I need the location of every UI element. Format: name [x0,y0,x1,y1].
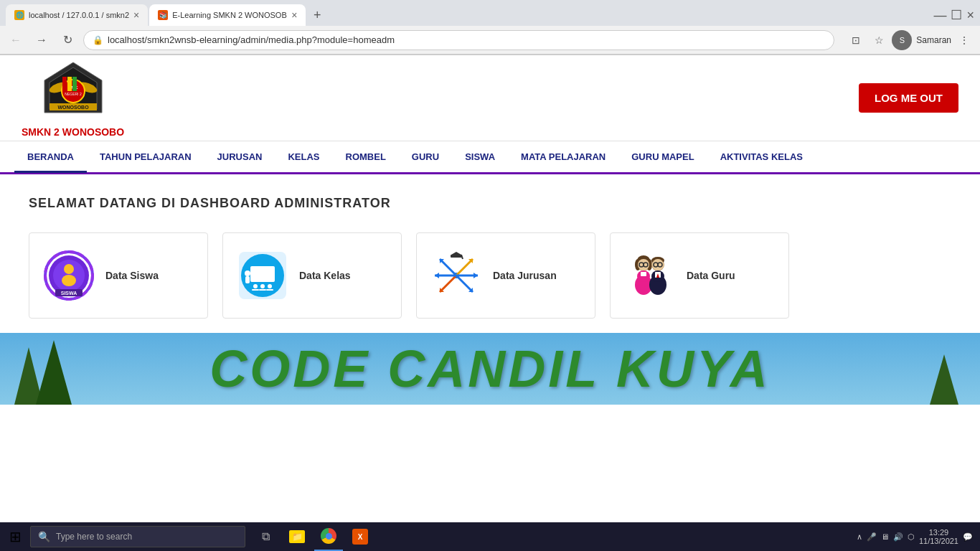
welcome-title: SELAMAT DATANG DI DASHBOARD ADMINISTRATO… [29,196,951,211]
kelas-card-icon [237,250,288,301]
taskbar: ⊞ 🔍 Type here to search ⧉ 📁 X ∧ 🎤 🖥 🔊 ⬡ … [0,522,980,551]
taskbar-apps: ⧉ 📁 X [251,522,374,551]
svg-line-32 [440,259,456,276]
card-data-kelas[interactable]: Data Kelas [222,232,402,319]
taskbar-bluetooth-icon: ⬡ [908,532,915,542]
close-button[interactable]: × [966,8,974,23]
taskbar-mic-icon: 🎤 [867,532,877,542]
back-button[interactable]: ← [6,30,26,50]
siswa-icon-svg: SISWA [44,250,94,301]
svg-rect-44 [451,255,462,258]
taskbar-clock: 13:29 11/13/2021 [919,528,958,545]
guru-card-icon [625,250,675,301]
nav-tahun-pelajaran[interactable]: TAHUN PELAJARAN [87,143,204,173]
nav-aktivitas-kelas[interactable]: AKTIVITAS KELAS [707,143,816,173]
url-text: localhost/smkn2wnsb-elearning/admin/medi… [108,34,395,45]
card-data-guru[interactable]: Data Guru [610,232,789,319]
url-bar[interactable]: 🔒 localhost/smkn2wnsb-elearning/admin/me… [83,30,834,50]
tab-2-close[interactable]: × [291,9,297,21]
user-label: Samaran [916,35,951,45]
banner-text: CODE CANDIL KUYA [209,339,770,398]
svg-rect-10 [67,77,72,91]
logout-button[interactable]: LOG ME OUT [859,83,958,113]
tab-2-title: E-Learning SMKN 2 WONOSOBO [172,11,287,19]
svg-text:SISWA: SISWA [61,291,77,296]
tab-2[interactable]: 📚 E-Learning SMKN 2 WONOSOBO × [149,4,306,26]
taskbar-right: ∧ 🎤 🖥 🔊 ⬡ 13:29 11/13/2021 💬 [857,528,980,545]
nav-rombel[interactable]: ROMBEL [333,143,399,173]
svg-line-38 [456,276,473,292]
taskbar-xampp[interactable]: X [346,522,374,551]
cast-button[interactable]: ⊡ [846,30,866,50]
forward-button[interactable]: → [32,30,52,50]
card-jurusan-label: Data Jurusan [493,270,557,281]
menu-button[interactable]: ⋮ [954,30,974,50]
logo-area: SMK NEGERI 2 WONOSOBO SMKN 2 WONOSOBO [22,59,124,138]
lock-icon: 🔒 [93,35,103,45]
svg-text:NEGERI 2: NEGERI 2 [65,92,82,96]
start-button[interactable]: ⊞ [0,522,30,551]
card-guru-label: Data Guru [687,270,735,281]
svg-point-25 [253,284,258,288]
taskbar-notification-icon[interactable]: 💬 [963,532,973,542]
nav-beranda[interactable]: BERANDA [14,143,87,173]
svg-point-26 [260,284,265,288]
taskbar-search-bar[interactable]: 🔍 Type here to search [30,526,245,547]
jurusan-card-icon [431,250,481,301]
card-siswa-label: Data Siswa [105,270,159,281]
taskbar-sound-icon: 🔊 [893,532,903,542]
svg-marker-45 [451,252,461,255]
svg-marker-41 [435,273,439,278]
new-tab-button[interactable]: + [307,5,327,25]
tab-2-favicon: 📚 [158,10,168,20]
svg-line-34 [456,259,473,276]
maximize-button[interactable]: ☐ [951,7,962,23]
svg-rect-24 [245,276,250,283]
main-content: SELAMAT DATANG DI DASHBOARD ADMINISTRATO… [0,174,980,333]
address-bar: ← → ↻ 🔒 localhost/smkn2wnsb-elearning/ad… [0,26,980,55]
tab-bar: 🌐 localhost / 127.0.0.1 / smkn2wns × 📚 E… [0,0,980,26]
nav-kelas[interactable]: KELAS [275,143,332,173]
page-content: SMK NEGERI 2 WONOSOBO SMKN 2 WONOSOBO LO… [0,55,980,523]
taskbar-search-icon: 🔍 [38,531,50,542]
school-logo: SMK NEGERI 2 WONOSOBO [41,59,105,123]
browser-actions: ⊡ ☆ S Samaran ⋮ [846,30,974,50]
nav-guru-mapel[interactable]: GURU MAPEL [618,143,707,173]
tab-1-favicon: 🌐 [14,10,24,20]
minimize-button[interactable]: — [933,8,946,23]
card-kelas-label: Data Kelas [299,270,351,281]
jurusan-icon-svg [431,250,481,301]
card-data-siswa[interactable]: SISWA Data Siswa [29,232,208,319]
taskbar-time-value: 13:29 [919,528,958,537]
svg-rect-28 [252,289,259,291]
svg-point-17 [62,275,76,286]
reload-button[interactable]: ↻ [57,30,77,50]
svg-rect-57 [641,272,646,276]
taskbar-file-explorer[interactable]: 📁 [283,522,311,551]
nav-mata-pelajaran[interactable]: MATA PELAJARAN [508,143,618,173]
svg-rect-30 [266,289,273,291]
taskbar-date-value: 11/13/2021 [919,537,958,545]
tab-1-close[interactable]: × [133,9,139,21]
bookmark-button[interactable]: ☆ [869,30,889,50]
svg-rect-9 [62,77,67,91]
svg-rect-22 [250,266,275,282]
nav-siswa[interactable]: SISWA [452,143,508,173]
svg-point-27 [268,284,272,288]
nav-guru[interactable]: GURU [399,143,452,173]
taskbar-network-icon: 🖥 [881,532,889,541]
svg-line-46 [461,255,463,259]
card-data-jurusan[interactable]: Data Jurusan [416,232,595,319]
tab-1[interactable]: 🌐 localhost / 127.0.0.1 / smkn2wns × [6,4,148,26]
nav-jurusan[interactable]: JURUSAN [204,143,275,173]
taskbar-caret-up[interactable]: ∧ [857,532,862,542]
taskbar-task-view[interactable]: ⧉ [251,522,280,551]
browser-chrome: 🌐 localhost / 127.0.0.1 / smkn2wns × 📚 E… [0,0,980,55]
taskbar-chrome[interactable] [314,522,343,551]
taskbar-search-text: Type here to search [56,532,132,542]
guru-icon-svg [625,250,675,301]
navigation-bar: BERANDA TAHUN PELAJARAN JURUSAN KELAS RO… [0,141,980,174]
user-avatar[interactable]: S [892,30,912,50]
siswa-card-icon: SISWA [44,250,94,301]
tab-1-title: localhost / 127.0.0.1 / smkn2wns [29,11,129,19]
